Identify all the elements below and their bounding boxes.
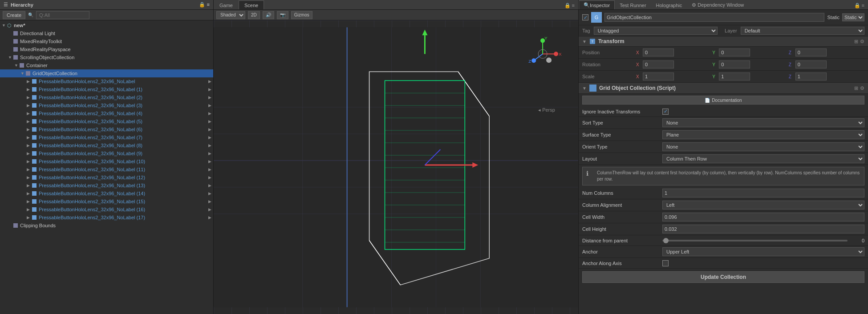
static-dropdown[interactable]: Static [842,13,864,21]
rotation-x-input[interactable] [643,60,674,68]
hierarchy-item-btn11[interactable]: ▶PressableButtonHoloLens2_32x96_NoLabel … [0,165,213,173]
hierarchy-item-btn6[interactable]: ▶PressableButtonHoloLens2_32x96_NoLabel … [0,125,213,133]
expand-arrow[interactable]: ▶ [27,119,31,124]
hierarchy-item-btn16[interactable]: ▶PressableButtonHoloLens2_32x96_NoLabel … [0,205,213,213]
expand-arrow[interactable]: ▶ [27,103,31,108]
layout-select[interactable]: Column Then Row Row Then Column [662,154,864,163]
hierarchy-item-btn14[interactable]: ▶PressableButtonHoloLens2_32x96_NoLabel … [0,189,213,197]
expand-arrow[interactable]: ▶ [27,87,31,92]
hierarchy-item-new[interactable]: ▼⬡new* [0,21,213,29]
expand-arrow[interactable]: ▶ [27,175,31,180]
expand-arrow[interactable]: ▶ [27,191,31,196]
update-collection-button[interactable]: Update Collection [582,271,864,283]
position-x-input[interactable] [643,48,674,56]
hierarchy-item-btn13[interactable]: ▶PressableButtonHoloLens2_32x96_NoLabel … [0,181,213,189]
object-name-input[interactable] [604,13,824,22]
hierarchy-item-btn12[interactable]: ▶PressableButtonHoloLens2_32x96_NoLabel … [0,173,213,181]
tab-game[interactable]: Game [214,0,239,9]
tab-dependency-window[interactable]: ⚙ Dependency Window [687,0,749,9]
ignore-inactive-checkbox[interactable]: ✓ [662,109,669,115]
scale-y-input[interactable] [719,72,750,81]
position-y-input[interactable] [719,48,750,56]
scale-z-input[interactable] [795,72,827,81]
hierarchy-item-btn1[interactable]: ▶PressableButtonHoloLens2_32x96_NoLabel … [0,85,213,93]
2d-button[interactable]: 2D [248,11,260,19]
expand-arrow[interactable]: ▶ [27,135,31,140]
expand-arrow[interactable]: ▶ [27,207,31,212]
hierarchy-item-btn10[interactable]: ▶PressableButtonHoloLens2_32x96_NoLabel … [0,157,213,165]
tab-test-runner[interactable]: Test Runner [615,0,651,9]
hierarchy-item-clipping[interactable]: Clipping Bounds [0,221,213,229]
expand-arrow[interactable]: ▶ [27,79,31,84]
expand-arrow[interactable]: ▶ [27,95,31,100]
hierarchy-item-btn0[interactable]: ▶PressableButtonHoloLens2_32x96_NoLabel▶ [0,77,213,85]
column-alignment-select[interactable]: Left Center Right [662,201,864,209]
expand-arrow[interactable]: ▶ [27,151,31,156]
expand-arrow[interactable]: ▶ [27,215,31,220]
transform-copy-icon[interactable]: ⊞ [854,39,858,44]
hierarchy-item-btn2[interactable]: ▶PressableButtonHoloLens2_32x96_NoLabel … [0,93,213,101]
position-label: Position [582,48,636,56]
object-active-checkbox[interactable]: ✓ [582,14,588,20]
shading-select[interactable]: Shaded [216,11,245,19]
script-section-header[interactable]: ▼ Grid Object Collection (Script) ⊞ ⚙ [579,83,868,94]
expand-arrow[interactable]: ▼ [8,55,12,60]
create-button[interactable]: Create [3,11,25,19]
svg-text:X: X [559,52,562,56]
expand-arrow[interactable]: ▶ [27,199,31,204]
expand-arrow[interactable]: ▶ [27,159,31,164]
hierarchy-item-btn9[interactable]: ▶PressableButtonHoloLens2_32x96_NoLabel … [0,149,213,157]
position-z-input[interactable] [795,48,827,56]
hierarchy-item-btn17[interactable]: ▶PressableButtonHoloLens2_32x96_NoLabel … [0,213,213,221]
audio-button[interactable]: 🔊 [263,11,274,19]
expand-arrow[interactable]: ▶ [27,183,31,188]
surface-type-select[interactable]: Plane Cylinder Sphere Radial [662,130,864,139]
rotation-z-input[interactable] [795,60,827,68]
expand-arrow[interactable]: ▶ [27,167,31,172]
script-settings-icon[interactable]: ⚙ [860,85,864,91]
gizmos-button[interactable]: Gizmos [291,11,312,19]
rotation-y-input[interactable] [719,60,750,68]
tab-scene[interactable]: Scene [239,0,264,9]
hierarchy-item-directional-light[interactable]: Directional Light [0,29,213,37]
hierarchy-item-btn4[interactable]: ▶PressableButtonHoloLens2_32x96_NoLabel … [0,109,213,117]
orient-type-select[interactable]: None FaceOriginReversed FaceParentFace F… [662,142,864,151]
expand-arrow[interactable]: ▶ [27,127,31,132]
hierarchy-item-btn3[interactable]: ▶PressableButtonHoloLens2_32x96_NoLabel … [0,101,213,109]
tab-holographic[interactable]: Holographic [651,0,687,9]
cell-height-input[interactable] [662,225,864,233]
script-copy-icon[interactable]: ⊞ [854,85,858,91]
hierarchy-item-btn15[interactable]: ▶PressableButtonHoloLens2_32x96_NoLabel … [0,197,213,205]
distance-slider-thumb[interactable] [663,238,669,243]
tag-select[interactable]: Untagged [594,27,718,35]
scene-cam-button[interactable]: 📷 [277,11,288,19]
layer-select[interactable]: Default [741,27,864,35]
expand-arrow[interactable]: ▼ [2,23,6,28]
scale-x-input[interactable] [643,72,674,81]
anchor-axis-checkbox[interactable] [662,260,669,266]
hierarchy-item-btn7[interactable]: ▶PressableButtonHoloLens2_32x96_NoLabel … [0,133,213,141]
tab-inspector[interactable]: 🔍 Inspector [579,0,615,9]
hierarchy-item-goc[interactable]: ▼GridObjectCollection [0,69,213,77]
anchor-select[interactable]: Upper Left Upper Center Upper Right Midd… [662,247,864,256]
expand-arrow[interactable]: ▼ [20,71,25,76]
transform-scale-row: Scale X Y Z [579,71,868,83]
expand-arrow[interactable]: ▶ [27,143,31,148]
transform-settings-icon[interactable]: ⚙ [860,39,864,44]
expand-arrow[interactable]: ▼ [14,63,19,68]
expand-arrow[interactable]: ▶ [27,111,31,116]
hierarchy-search-input[interactable] [36,11,89,19]
documentation-button[interactable]: 📄 Documentation [582,96,864,105]
hierarchy-item-btn8[interactable]: ▶PressableButtonHoloLens2_32x96_NoLabel … [0,141,213,149]
transform-section-header[interactable]: ▼ T Transform ⊞ ⚙ [579,36,868,47]
sort-type-select[interactable]: None Alphabetical AlphabeticalReversed [662,118,864,127]
hierarchy-item-btn5[interactable]: ▶PressableButtonHoloLens2_32x96_NoLabel … [0,117,213,125]
distance-slider-track[interactable] [662,240,848,242]
cell-width-input[interactable] [662,213,864,221]
hierarchy-item-mrp[interactable]: MixedRealityPlayspace [0,45,213,53]
hierarchy-item-soc[interactable]: ▼ScrollingObjectCollection [0,53,213,61]
num-columns-input[interactable] [662,189,864,197]
hierarchy-item-container[interactable]: ▼Container [0,61,213,69]
hierarchy-item-mrtk[interactable]: MixedRealityToolkit [0,37,213,45]
scene-viewport[interactable]: X Y Z ◂ Persp [214,20,578,314]
